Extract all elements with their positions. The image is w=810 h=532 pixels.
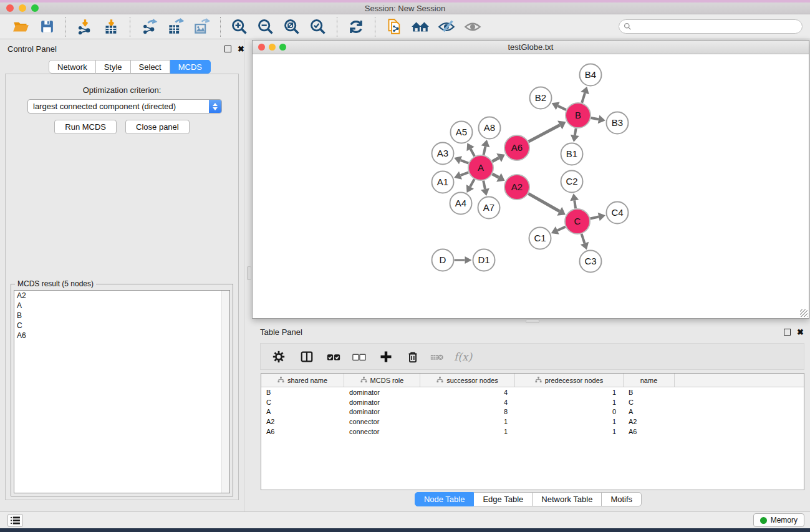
export-network-button[interactable]: [140, 17, 158, 36]
select-all-rows-button[interactable]: [325, 348, 342, 365]
window-resize-grip[interactable]: [800, 309, 808, 317]
column-header-successor-nodes[interactable]: successor nodes: [420, 374, 515, 387]
edge[interactable]: [558, 106, 566, 110]
edge[interactable]: [575, 128, 576, 135]
open-file-button[interactable]: [11, 17, 30, 36]
home-layout-button[interactable]: [411, 17, 430, 36]
zoom-out-button[interactable]: [256, 17, 275, 36]
table-row[interactable]: A2connector11A2: [261, 417, 804, 427]
edge[interactable]: [591, 217, 599, 219]
tab-mcds[interactable]: MCDS: [170, 60, 211, 74]
tab-network-table[interactable]: Network Table: [533, 492, 602, 506]
edge[interactable]: [461, 172, 469, 175]
export-image-button[interactable]: [192, 17, 211, 36]
run-mcds-button[interactable]: Run MCDS: [54, 120, 117, 134]
network-maximize-button[interactable]: [279, 44, 286, 51]
column-header-shared-name[interactable]: shared name: [261, 374, 344, 387]
edge[interactable]: [529, 125, 560, 142]
close-panel-icon[interactable]: ✖: [238, 46, 244, 52]
task-history-button[interactable]: [7, 514, 23, 527]
import-table-button[interactable]: [102, 17, 120, 36]
network-close-button[interactable]: [258, 44, 265, 51]
split-handle-vertical[interactable]: [247, 266, 251, 280]
copy-network-button[interactable]: [385, 17, 403, 36]
mcds-result-item[interactable]: A6: [14, 331, 229, 341]
mcds-result-list[interactable]: A2ABCA6: [14, 290, 230, 493]
edge[interactable]: [582, 93, 585, 103]
delete-table-button[interactable]: [428, 348, 446, 365]
function-builder-button[interactable]: f(x): [454, 351, 472, 363]
edge[interactable]: [483, 181, 485, 190]
close-table-panel-icon[interactable]: ✖: [797, 329, 804, 336]
optimization-criterion-dropdown[interactable]: largest connected component (directed): [27, 99, 222, 114]
table-settings-button[interactable]: [270, 348, 287, 365]
save-session-button[interactable]: [37, 17, 56, 36]
column-header-name[interactable]: name: [624, 374, 675, 387]
hide-graphics-button[interactable]: [437, 17, 456, 36]
table-row[interactable]: Adominator80A: [261, 407, 804, 417]
node-label: B1: [566, 148, 577, 159]
delete-table-icon: [430, 349, 445, 364]
edge[interactable]: [574, 200, 576, 208]
split-handle-horizontal[interactable]: [526, 319, 539, 323]
mcds-result-item[interactable]: C: [14, 321, 229, 331]
edge[interactable]: [493, 174, 499, 178]
node-table[interactable]: shared nameMCDS rolesuccessor nodesprede…: [261, 373, 804, 490]
table-row[interactable]: A6connector11A6: [261, 427, 804, 437]
network-minimize-button[interactable]: [269, 44, 276, 51]
network-window-titlebar[interactable]: testGlobe.txt: [253, 41, 809, 54]
node-label: A8: [484, 122, 495, 133]
zoom-in-button[interactable]: [230, 17, 249, 36]
edge[interactable]: [471, 149, 475, 157]
close-panel-button[interactable]: Close panel: [125, 120, 190, 134]
network-canvas[interactable]: B4B2BB3A5A8A6A3B1AA1C2A2A4A7C4CC1C3DD1: [253, 54, 809, 318]
refresh-button[interactable]: [347, 17, 365, 36]
tab-network[interactable]: Network: [49, 60, 96, 74]
tab-edge-table[interactable]: Edge Table: [474, 492, 533, 506]
memory-button[interactable]: Memory: [753, 513, 804, 527]
edge[interactable]: [483, 147, 485, 155]
deselect-all-rows-button[interactable]: [350, 348, 368, 365]
zoom-selected-button[interactable]: [309, 17, 327, 36]
maximize-window-button[interactable]: [31, 4, 39, 12]
export-table-button[interactable]: [166, 17, 185, 36]
toolbar-separator: [375, 17, 375, 37]
column-header-predecessor-nodes[interactable]: predecessor nodes: [515, 374, 624, 387]
tab-motifs[interactable]: Motifs: [602, 492, 642, 506]
node-label: A1: [437, 177, 448, 187]
mcds-result-item[interactable]: A2: [14, 291, 229, 301]
tab-node-table[interactable]: Node Table: [415, 492, 475, 506]
table-row[interactable]: Cdominator41C: [261, 397, 804, 407]
zoom-fit-button[interactable]: [282, 17, 301, 36]
edge[interactable]: [582, 234, 585, 243]
edge[interactable]: [492, 158, 499, 162]
add-column-button[interactable]: [377, 348, 395, 365]
show-graphics-button[interactable]: [463, 17, 482, 36]
edge[interactable]: [528, 193, 559, 211]
column-header-MCDS-role[interactable]: MCDS role: [344, 374, 420, 387]
tab-select[interactable]: Select: [131, 60, 170, 74]
open-folder-icon: [12, 18, 29, 35]
edge[interactable]: [470, 179, 475, 186]
delete-column-button[interactable]: [404, 348, 422, 365]
mcds-result-item[interactable]: A: [14, 301, 229, 311]
unchecked-boxes-icon: [352, 349, 367, 364]
network-window-controls: [258, 44, 286, 51]
search-input[interactable]: [635, 22, 802, 31]
tab-style[interactable]: Style: [96, 60, 131, 74]
edge[interactable]: [591, 118, 599, 119]
network-graph[interactable]: B4B2BB3A5A8A6A3B1AA1C2A2A4A7C4CC1C3DD1: [253, 54, 809, 318]
import-network-button[interactable]: [75, 17, 94, 36]
edge[interactable]: [557, 227, 566, 231]
search-field[interactable]: [619, 19, 803, 34]
close-window-button[interactable]: [6, 4, 14, 12]
column-visibility-button[interactable]: [298, 348, 316, 365]
scrollbar-track[interactable]: [221, 291, 229, 493]
table-cell: dominator: [344, 408, 420, 415]
table-row[interactable]: Bdominator41B: [261, 387, 804, 397]
edge[interactable]: [461, 160, 469, 163]
float-panel-icon[interactable]: [224, 46, 231, 52]
float-table-panel-icon[interactable]: [784, 329, 791, 336]
mcds-result-item[interactable]: B: [14, 311, 229, 321]
minimize-window-button[interactable]: [19, 4, 26, 12]
